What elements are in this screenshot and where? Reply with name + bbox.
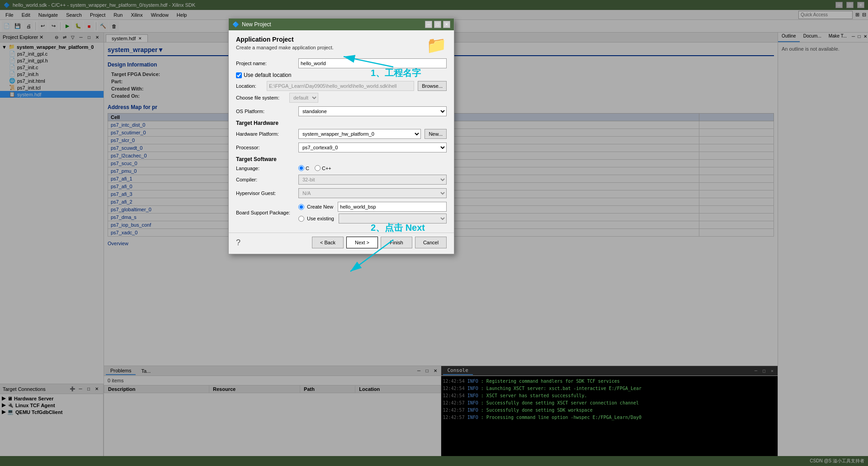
bsp-existing-select[interactable] (339, 214, 447, 223)
location-input[interactable] (267, 81, 414, 91)
target-hw-label: Target Hardware (236, 120, 278, 126)
dialog-body: Application Project Create a managed mak… (229, 30, 454, 233)
bsp-name-input[interactable] (338, 202, 447, 212)
hw-platform-label: Hardware Platform: (236, 131, 295, 137)
os-platform-select[interactable]: standalone (298, 106, 447, 116)
processor-label: Processor: (236, 145, 295, 150)
target-sw-section: Target Software (236, 156, 447, 162)
hypervisor-label: Hypervisor Guest: (236, 190, 295, 196)
new-project-dialog: 🔷 New Project ─ □ ✕ Application Project … (228, 18, 454, 254)
dialog-buttons: < Back Next > Finish Cancel (312, 237, 447, 248)
hypervisor-select[interactable]: N/A (298, 188, 447, 198)
dialog-page-icon: 📁 (426, 36, 447, 55)
language-radio-group: C C++ (298, 165, 331, 171)
bsp-create-new-label[interactable]: Create New (298, 202, 447, 212)
dialog-title: New Project (242, 21, 271, 28)
dialog-icon: 🔷 (232, 21, 239, 28)
bsp-use-existing-label[interactable]: Use existing (298, 214, 447, 223)
bsp-label: Board Support Package: (236, 210, 295, 215)
filesystem-select[interactable]: default (289, 93, 318, 103)
dialog-minimize-button[interactable]: ─ (425, 21, 432, 28)
location-row: Location: Browse... (236, 81, 447, 91)
cancel-button[interactable]: Cancel (415, 237, 447, 248)
use-default-row: Use default location (236, 72, 447, 78)
back-button[interactable]: < Back (312, 237, 344, 248)
dialog-page-desc: Create a managed make application projec… (236, 45, 334, 50)
language-row: Language: C C++ (236, 165, 447, 171)
dialog-close-button[interactable]: ✕ (443, 21, 450, 28)
os-platform-label: OS Platform: (236, 109, 295, 114)
filesystem-label: Choose file system: (236, 95, 286, 100)
hypervisor-row: Hypervisor Guest: N/A (236, 188, 447, 198)
next-button[interactable]: Next > (346, 237, 378, 248)
target-sw-label: Target Software (236, 156, 277, 162)
bsp-row: Board Support Package: Create New Use ex… (236, 202, 447, 223)
compiler-select[interactable]: 32-bit (298, 175, 447, 185)
processor-select[interactable]: ps7_cortexa9_0 (298, 143, 447, 152)
browse-button[interactable]: Browse... (418, 81, 447, 91)
use-default-label: Use default location (244, 72, 291, 78)
dialog-title-bar: 🔷 New Project ─ □ ✕ (229, 19, 454, 30)
bsp-use-existing-radio[interactable] (298, 216, 304, 222)
help-button[interactable]: ? (236, 238, 241, 247)
project-name-input[interactable] (298, 58, 447, 68)
compiler-label: Compiler: (236, 177, 295, 182)
lang-c-radio[interactable] (298, 165, 304, 171)
dialog-footer: ? < Back Next > Finish Cancel (229, 233, 454, 254)
location-label: Location: (236, 83, 263, 89)
lang-cpp-radio[interactable] (315, 165, 321, 171)
compiler-row: Compiler: 32-bit (236, 175, 447, 185)
lang-c-label[interactable]: C (298, 165, 309, 171)
bsp-create-new-radio[interactable] (298, 204, 304, 210)
language-label: Language: (236, 166, 295, 171)
lang-cpp-label[interactable]: C++ (315, 165, 331, 171)
processor-row: Processor: ps7_cortexa9_0 (236, 143, 447, 152)
hw-platform-select[interactable]: system_wrapper_hw_platform_0 (298, 129, 421, 139)
os-platform-row: OS Platform: standalone (236, 106, 447, 116)
finish-button[interactable]: Finish (381, 237, 412, 248)
dialog-maximize-button[interactable]: □ (434, 21, 441, 28)
project-name-row: Project name: (236, 58, 447, 68)
project-name-label: Project name: (236, 61, 295, 66)
hw-platform-row: Hardware Platform: system_wrapper_hw_pla… (236, 129, 447, 139)
target-hw-section: Target Hardware (236, 120, 447, 126)
new-platform-button[interactable]: New... (425, 129, 447, 139)
dialog-page-title: Application Project (236, 36, 334, 43)
filesystem-row: Choose file system: default (236, 93, 447, 103)
use-default-checkbox[interactable] (236, 72, 242, 78)
